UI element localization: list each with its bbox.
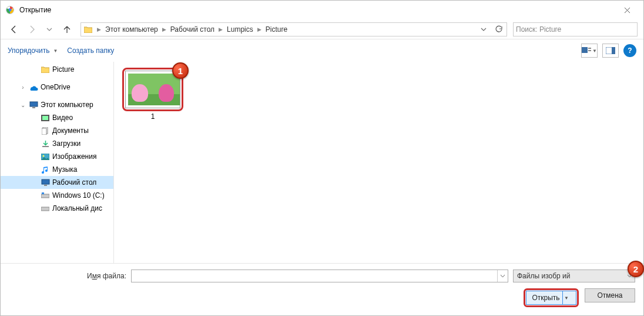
- folder-icon: [41, 65, 50, 74]
- file-area[interactable]: 1 1: [114, 62, 643, 263]
- view-mode-button[interactable]: ▼: [581, 44, 598, 58]
- cancel-button[interactable]: Отмена: [585, 288, 635, 302]
- chevron-down-icon[interactable]: [497, 270, 508, 282]
- tree-label: Рабочий стол: [52, 178, 96, 187]
- tree-label: OneDrive: [41, 83, 71, 91]
- cancel-label: Отмена: [597, 291, 622, 300]
- tree-item-documents[interactable]: Документы: [1, 124, 113, 137]
- new-folder-label: Создать папку: [67, 46, 114, 55]
- onedrive-icon: [29, 82, 38, 92]
- sidebar: Picture ›OneDrive ⌄Этот компьютер Видео …: [1, 62, 114, 263]
- svg-rect-2: [582, 47, 588, 53]
- tree-item-music[interactable]: Музыка: [1, 163, 113, 176]
- svg-rect-7: [30, 102, 38, 107]
- chevron-right-icon[interactable]: ▶: [160, 26, 168, 32]
- desktop-icon: [41, 178, 50, 187]
- breadcrumb-segment[interactable]: Picture: [263, 23, 290, 36]
- svg-rect-20: [41, 207, 49, 211]
- filter-label: Файлы изобр ий: [517, 272, 571, 280]
- downloads-icon: [41, 139, 50, 148]
- chevron-down-icon: ▼: [53, 48, 58, 54]
- breadcrumb-segment[interactable]: Lumpics: [224, 23, 256, 36]
- images-icon: [41, 152, 50, 161]
- folder-icon: [83, 25, 93, 34]
- tree-item-picture[interactable]: Picture: [1, 63, 113, 76]
- svg-rect-12: [42, 128, 46, 135]
- forward-button[interactable]: [24, 22, 39, 37]
- video-icon: [41, 113, 50, 122]
- tree-item-downloads[interactable]: Загрузки: [1, 137, 113, 150]
- organize-menu[interactable]: Упорядочить▼: [8, 46, 58, 55]
- open-button[interactable]: Открыть▼: [526, 291, 576, 305]
- breadcrumb-segment[interactable]: Рабочий стол: [168, 23, 217, 36]
- chevron-right-icon[interactable]: ▶: [256, 26, 263, 32]
- svg-point-15: [43, 155, 45, 157]
- svg-rect-6: [612, 47, 615, 54]
- filename-label: Имя файла:: [9, 272, 126, 280]
- search-input[interactable]: Поиск: Picture: [513, 22, 638, 36]
- svg-rect-17: [44, 185, 47, 186]
- help-button[interactable]: ?: [623, 44, 636, 57]
- tree-label: Изображения: [52, 152, 96, 161]
- tree-item-images[interactable]: Изображения: [1, 150, 113, 163]
- tree-item-onedrive[interactable]: ›OneDrive: [1, 81, 113, 94]
- svg-rect-3: [588, 48, 591, 49]
- search-placeholder: Поиск: Picture: [516, 25, 561, 34]
- filename-input[interactable]: [131, 270, 508, 282]
- tree-item-desktop[interactable]: Рабочий стол: [1, 176, 113, 189]
- svg-rect-8: [32, 107, 35, 108]
- chevron-down-icon: [627, 274, 632, 279]
- breadcrumb-bar[interactable]: ▶ Этот компьютер▶ Рабочий стол▶ Lumpics▶…: [80, 22, 507, 36]
- tree-label: Локальный дис: [52, 204, 102, 212]
- svg-rect-13: [42, 146, 49, 147]
- tree-label: Видео: [52, 114, 73, 122]
- up-button[interactable]: [59, 22, 75, 37]
- recent-dropdown[interactable]: [42, 22, 57, 37]
- close-button[interactable]: [615, 1, 639, 19]
- chevron-down-icon: ▼: [592, 48, 597, 54]
- back-button[interactable]: [6, 22, 22, 37]
- tree-label: Picture: [52, 65, 74, 74]
- chrome-icon: [5, 5, 15, 15]
- nav-bar: ▶ Этот компьютер▶ Рабочий стол▶ Lumpics▶…: [1, 19, 643, 39]
- chevron-right-icon[interactable]: ▶: [217, 26, 224, 32]
- toolbar: Упорядочить▼ Создать папку ▼ ?: [1, 39, 643, 62]
- documents-icon: [41, 126, 50, 135]
- svg-rect-10: [42, 116, 48, 120]
- file-label: 1: [122, 112, 183, 121]
- footer: Имя файла: Файлы изобр ий 2 Открыть▼ Отм…: [1, 263, 643, 315]
- svg-rect-4: [588, 50, 591, 51]
- file-type-filter[interactable]: Файлы изобр ий 2: [513, 270, 635, 282]
- new-folder-button[interactable]: Создать папку: [67, 46, 114, 55]
- titlebar: Открытие: [1, 1, 643, 19]
- annotation-marker-1: 1: [172, 62, 189, 79]
- svg-rect-16: [42, 179, 49, 184]
- tree-label: Этот компьютер: [41, 101, 93, 109]
- refresh-button[interactable]: [491, 22, 507, 37]
- split-chevron-icon[interactable]: ▼: [562, 291, 571, 304]
- breadcrumb-dropdown[interactable]: [476, 22, 491, 37]
- tree-label: Документы: [52, 127, 89, 135]
- breadcrumb-segment[interactable]: Этот компьютер: [103, 23, 160, 36]
- chevron-right-icon[interactable]: ▶: [95, 26, 103, 32]
- tree-item-drive-local[interactable]: Локальный дис: [1, 202, 113, 215]
- preview-pane-button[interactable]: [602, 44, 619, 58]
- tree-label: Windows 10 (C:): [52, 191, 105, 199]
- svg-rect-18: [41, 194, 49, 198]
- organize-label: Упорядочить: [8, 46, 49, 55]
- thumbnail-image: [128, 74, 180, 105]
- pc-icon: [29, 100, 38, 109]
- drive-icon: [41, 191, 50, 200]
- tree-label: Загрузки: [52, 139, 80, 148]
- svg-rect-19: [42, 192, 44, 194]
- music-icon: [41, 165, 50, 174]
- tree-item-video[interactable]: Видео: [1, 111, 113, 124]
- tree-label: Музыка: [52, 165, 77, 174]
- file-open-dialog: Открытие ▶ Этот компьютер▶ Рабочий стол▶…: [0, 0, 644, 316]
- tree-item-this-pc[interactable]: ⌄Этот компьютер: [1, 98, 113, 111]
- open-label: Открыть: [532, 294, 559, 302]
- drive-icon: [41, 204, 50, 213]
- window-title: Открытие: [19, 6, 615, 14]
- tree-item-drive-c[interactable]: Windows 10 (C:): [1, 189, 113, 202]
